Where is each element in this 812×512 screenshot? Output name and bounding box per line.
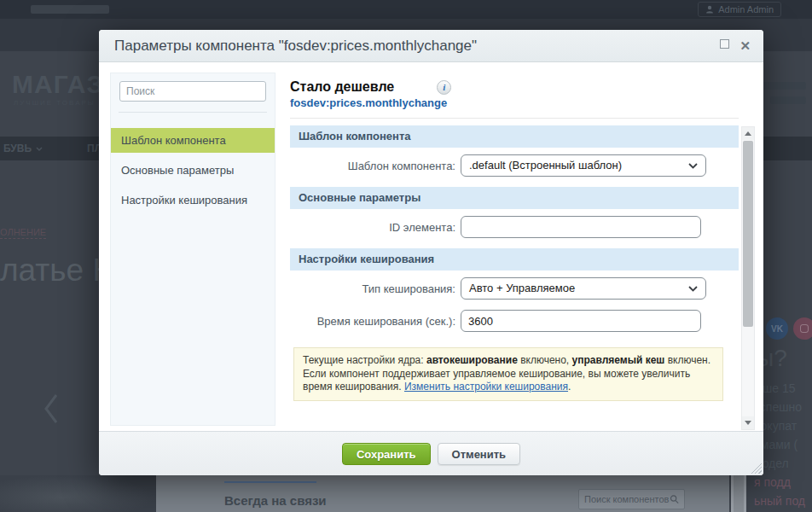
cancel-button[interactable]: Отменить (438, 443, 521, 465)
dialog-titlebar: Параметры компонента "fosdev:prices.mont… (99, 30, 763, 62)
section-cache-header: Настройки кеширования (290, 248, 739, 271)
scrollbar-thumb[interactable] (743, 141, 753, 327)
chevron-down-icon (36, 147, 43, 151)
dimmed-link (224, 477, 316, 483)
dialog-footer: Сохранить Отменить (99, 431, 763, 475)
cache-notice: Текущие настройки ядра: автокеширование … (293, 347, 723, 401)
sidebar-tabs: Шаблон компонента Основные параметры Нас… (111, 128, 275, 212)
topbar-left-label (31, 5, 109, 14)
nav-item-label: БУВЬ (3, 143, 32, 154)
tab-component-template[interactable]: Шаблон компонента (111, 128, 275, 153)
component-panel: Всегда на связи Поиск компонентов... (156, 475, 729, 512)
field-label: Время кеширования (сек.): (290, 315, 461, 328)
product-photo (0, 475, 156, 512)
dialog-main: Стало дешевле i fosdev:prices.monthlycha… (290, 62, 739, 431)
nav-item-shoes: БУВЬ (3, 143, 43, 154)
tab-cache-settings[interactable]: Настройки кеширования (111, 188, 275, 212)
sidebar-search-input[interactable] (119, 81, 266, 102)
header-contact-blur (762, 82, 806, 90)
notice-bold: управляемый кеш (572, 354, 665, 366)
component-name: fosdev:prices.monthlychange (290, 96, 739, 109)
scroll-up-icon[interactable] (742, 127, 754, 140)
parameter-sections: Шаблон компонента Шаблон компонента: .de… (290, 125, 739, 401)
always-in-touch-label: Всегда на связи (224, 493, 327, 508)
info-icon[interactable]: i (437, 80, 451, 95)
change-cache-settings-link[interactable]: Изменить настройки кеширования (404, 381, 568, 393)
maximize-icon[interactable] (720, 39, 729, 49)
component-search-placeholder: Поиск компонентов... (584, 494, 670, 504)
product-title-fragment: латье К (0, 253, 111, 288)
shop-logo: МАГАЗ (12, 70, 103, 99)
notice-text: включено, (518, 354, 572, 366)
instagram-icon (793, 317, 812, 340)
close-icon[interactable]: ✕ (740, 39, 751, 52)
component-title: Стало дешевле (290, 79, 394, 95)
user-icon (705, 5, 714, 14)
text-line: ьный под (754, 492, 812, 510)
dialog-body: Шаблон компонента Основные параметры Нас… (99, 62, 763, 431)
cache-type-select-value: Авто + Управляемое (469, 282, 575, 294)
section-main-params-header: Основные параметры (290, 187, 739, 209)
field-row-cache-time: Время кеширования (сек.): (290, 310, 739, 332)
field-label: Тип кеширования: (290, 282, 461, 295)
cache-time-input[interactable] (461, 310, 701, 332)
resize-grip[interactable] (751, 463, 762, 474)
page-scrollbar (731, 475, 746, 512)
field-label: ID элемента: (290, 221, 461, 234)
header-contact-blur (770, 96, 806, 104)
component-search-box: Поиск компонентов... (578, 489, 685, 509)
instagram-glyph (800, 324, 809, 333)
dialog-sidebar: Шаблон компонента Основные параметры Нас… (110, 73, 276, 426)
dialog-scrollbar (741, 126, 755, 430)
template-select[interactable]: .default (Встроенный шаблон) (461, 154, 706, 177)
element-id-input[interactable] (461, 216, 701, 238)
chevron-down-icon (688, 163, 698, 169)
field-row-element-id: ID элемента: (290, 216, 739, 238)
cache-type-select[interactable]: Авто + Управляемое (461, 277, 706, 300)
tab-main-parameters[interactable]: Основные параметры (111, 158, 275, 183)
save-button[interactable]: Сохранить (342, 443, 431, 465)
field-row-cache-type: Тип кеширования: Авто + Управляемое (290, 277, 739, 300)
search-icon (670, 494, 679, 504)
divider (290, 118, 739, 119)
screen: Admin Admin МАГАЗ ЛУЧШИЕ ТОВАРЫ БУВЬ ПЛА… (0, 0, 812, 512)
component-parameters-dialog: Параметры компонента "fosdev:prices.mont… (99, 30, 763, 475)
admin-topbar: Admin Admin (0, 0, 812, 19)
section-template-header: Шаблон компонента (290, 125, 739, 148)
sidebar-divider (119, 112, 267, 113)
carousel-prev-icon (43, 393, 60, 428)
dialog-title: Параметры компонента "fosdev:prices.mont… (114, 38, 477, 55)
chevron-down-icon (688, 286, 698, 292)
notice-text: . (568, 381, 571, 393)
template-select-value: .default (Встроенный шаблон) (469, 159, 622, 172)
scroll-down-icon[interactable] (742, 416, 754, 429)
field-label: Шаблон компонента: (290, 160, 461, 172)
vk-icon: VK (766, 317, 788, 340)
breadcrumb-fragment: ОЛНЕНИЕ (0, 227, 46, 239)
admin-user-button: Admin Admin (698, 2, 781, 17)
admin-user-label: Admin Admin (718, 4, 774, 15)
shop-logo-subtitle: ЛУЧШИЕ ТОВАРЫ (14, 99, 96, 107)
notice-text: Текущие настройки ядра: (303, 354, 426, 366)
field-row-template: Шаблон компонента: .default (Встроенный … (290, 154, 739, 177)
text-line: я подд (754, 473, 812, 492)
notice-bold: автокеширование (426, 354, 518, 366)
